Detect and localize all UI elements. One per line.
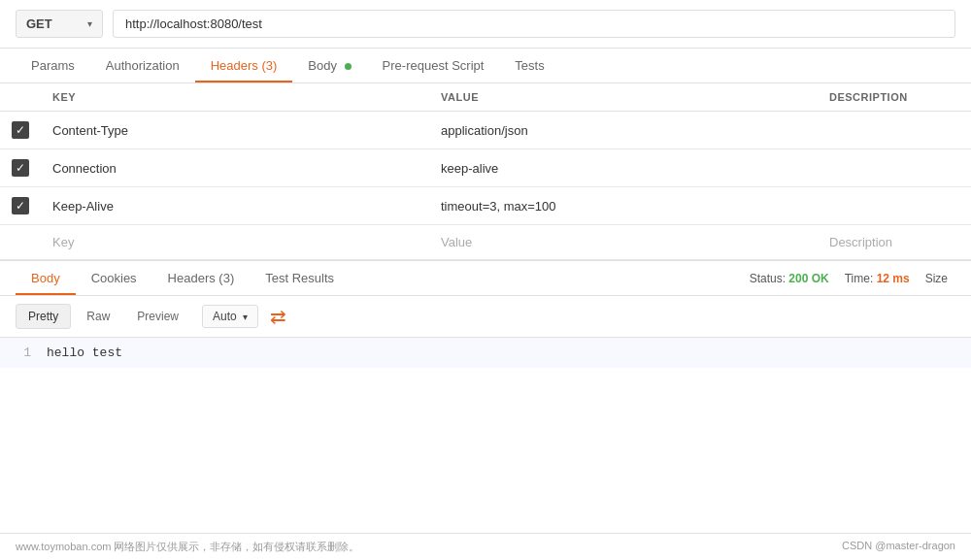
response-tabs: Body Cookies Headers (3) Test Results St… bbox=[0, 260, 971, 296]
tab-test-results[interactable]: Test Results bbox=[250, 261, 350, 295]
header-checkbox-3[interactable]: ✓ bbox=[12, 197, 29, 214]
chevron-down-icon: ▾ bbox=[87, 18, 92, 29]
header-value-1[interactable]: application/json bbox=[429, 112, 818, 149]
format-tab-preview[interactable]: Preview bbox=[125, 305, 190, 328]
url-input[interactable] bbox=[113, 10, 955, 38]
table-row: ✓ Content-Type application/json bbox=[0, 112, 971, 149]
header-key-1[interactable]: Content-Type bbox=[41, 112, 429, 149]
response-format-bar: Pretty Raw Preview Auto ▾ ⇄ bbox=[0, 296, 971, 338]
header-key-3[interactable]: Keep-Alive bbox=[41, 187, 429, 225]
table-row-placeholder: Key Value Description bbox=[0, 225, 971, 260]
header-desc-1 bbox=[818, 112, 971, 149]
response-line-1: 1 hello test bbox=[0, 338, 971, 368]
header-key-2[interactable]: Connection bbox=[41, 149, 429, 187]
col-header-value: VALUE bbox=[429, 83, 818, 112]
checkbox-cell: ✓ bbox=[12, 159, 29, 177]
table-row: ✓ Keep-Alive timeout=3, max=100 bbox=[0, 187, 971, 225]
header-checkbox-2[interactable]: ✓ bbox=[12, 159, 29, 177]
tab-params[interactable]: Params bbox=[16, 49, 90, 82]
method-select[interactable]: GET ▾ bbox=[16, 10, 103, 38]
tab-response-headers[interactable]: Headers (3) bbox=[152, 261, 251, 295]
tab-response-body[interactable]: Body bbox=[16, 261, 76, 295]
header-value-2[interactable]: keep-alive bbox=[429, 149, 818, 187]
time-label: Time: 12 ms bbox=[845, 272, 910, 285]
tab-authorization[interactable]: Authorization bbox=[90, 49, 195, 82]
method-label: GET bbox=[26, 16, 52, 31]
checkbox-cell: ✓ bbox=[12, 197, 29, 214]
line-number-1: 1 bbox=[12, 346, 31, 360]
table-row: ✓ Connection keep-alive bbox=[0, 149, 971, 187]
header-desc-3 bbox=[818, 187, 971, 225]
format-tab-raw[interactable]: Raw bbox=[75, 305, 121, 328]
tab-response-cookies[interactable]: Cookies bbox=[76, 261, 152, 295]
response-body: 1 hello test bbox=[0, 338, 971, 368]
tab-headers[interactable]: Headers (3) bbox=[195, 49, 293, 82]
footer-left: www.toymoban.com 网络图片仅供展示，非存储，如有侵权请联系删除。 bbox=[16, 540, 359, 554]
format-tab-pretty[interactable]: Pretty bbox=[16, 304, 71, 329]
checkbox-cell: ✓ bbox=[12, 121, 29, 139]
tab-pre-request[interactable]: Pre-request Script bbox=[367, 49, 500, 82]
header-value-placeholder[interactable]: Value bbox=[429, 225, 818, 260]
size-label: Size bbox=[925, 272, 948, 285]
col-header-description: DESCRIPTION bbox=[818, 83, 971, 112]
header-value-3[interactable]: timeout=3, max=100 bbox=[429, 187, 818, 225]
status-label: Status: 200 OK bbox=[750, 272, 829, 285]
tab-tests[interactable]: Tests bbox=[499, 49, 559, 82]
auto-chevron-icon: ▾ bbox=[243, 312, 248, 322]
col-header-key: KEY bbox=[41, 83, 429, 112]
header-desc-placeholder[interactable]: Description bbox=[818, 225, 971, 260]
footer-right: CSDN @master-dragon bbox=[842, 540, 955, 554]
response-status: Status: 200 OK Time: 12 ms Size bbox=[750, 272, 955, 285]
header-checkbox-1[interactable]: ✓ bbox=[12, 121, 29, 139]
url-bar: GET ▾ bbox=[0, 0, 971, 49]
request-tabs: Params Authorization Headers (3) Body Pr… bbox=[0, 49, 971, 83]
time-value: 12 ms bbox=[877, 272, 910, 285]
auto-dropdown[interactable]: Auto ▾ bbox=[202, 305, 258, 328]
line-content-1: hello test bbox=[47, 346, 122, 360]
body-dot-indicator bbox=[345, 63, 352, 70]
tab-body[interactable]: Body bbox=[292, 49, 366, 82]
footer: www.toymoban.com 网络图片仅供展示，非存储，如有侵权请联系删除。… bbox=[0, 533, 971, 560]
header-desc-2 bbox=[818, 149, 971, 187]
col-header-check bbox=[0, 83, 41, 112]
header-key-placeholder[interactable]: Key bbox=[41, 225, 429, 260]
headers-table: KEY VALUE DESCRIPTION ✓ Content-Type app… bbox=[0, 83, 971, 260]
wrap-icon[interactable]: ⇄ bbox=[270, 305, 286, 328]
status-value: 200 OK bbox=[788, 272, 828, 285]
